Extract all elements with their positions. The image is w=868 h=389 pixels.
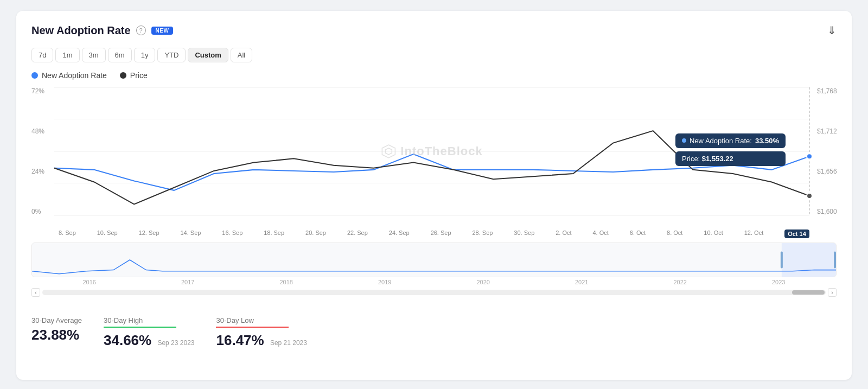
year-2020: 2020 — [477, 279, 490, 285]
chart-tooltip: New Adoption Rate: 33.50% Price: $1,553.… — [675, 133, 786, 166]
x-label-oct14: Oct 14 — [784, 229, 809, 238]
chart-area: 72% 48% 24% 0% $1,768 $1,712 $1,656 $1,6… — [31, 87, 837, 228]
mini-chart[interactable] — [31, 243, 837, 277]
time-filter-group: 7d 1m 3m 6m 1y YTD Custom All — [31, 48, 837, 62]
x-label-16sep: 16. Sep — [222, 229, 242, 238]
tooltip-adoption-value: 33.50% — [755, 137, 779, 145]
tooltip-price-value: $1,553.22 — [702, 155, 733, 163]
page-title: New Adoption Rate — [31, 24, 131, 37]
year-2019: 2019 — [378, 279, 391, 285]
x-label-14sep: 14. Sep — [180, 229, 201, 238]
stat-high: 30-Day High 34.66% Sep 23 2023 — [104, 316, 194, 349]
filter-all[interactable]: All — [231, 48, 252, 62]
y-label-1600: $1,600 — [817, 208, 837, 215]
y-label-24: 24% — [31, 168, 51, 175]
svg-rect-12 — [781, 252, 783, 269]
filter-1y[interactable]: 1y — [134, 48, 156, 62]
filter-ytd[interactable]: YTD — [157, 48, 186, 62]
x-label-12sep: 12. Sep — [139, 229, 159, 238]
chart-legend: New Adoption Rate Price — [31, 71, 837, 80]
x-label-30sep: 30. Sep — [514, 229, 534, 238]
year-2018: 2018 — [280, 279, 293, 285]
mini-year-labels: 2016 2017 2018 2019 2020 2021 2022 2023 — [31, 277, 837, 287]
scroll-track[interactable] — [42, 290, 826, 295]
filter-3m[interactable]: 3m — [82, 48, 106, 62]
main-card: New Adoption Rate ? NEW ⇓ 7d 1m 3m 6m 1y… — [16, 11, 852, 380]
y-label-48: 48% — [31, 127, 51, 135]
x-label-4oct: 4. Oct — [592, 229, 608, 238]
x-label-22sep: 22. Sep — [347, 229, 368, 238]
filter-7d[interactable]: 7d — [31, 48, 53, 62]
stat-average-value: 23.88% — [31, 327, 82, 343]
x-label-18sep: 18. Sep — [264, 229, 284, 238]
x-label-8sep: 8. Sep — [59, 229, 76, 238]
legend-dot-price — [120, 72, 126, 79]
y-label-1768: $1,768 — [817, 87, 837, 95]
y-label-0: 0% — [31, 208, 51, 215]
stat-low: 30-Day Low 16.47% Sep 21 2023 — [216, 316, 307, 349]
new-badge: NEW — [151, 27, 174, 35]
tooltip-price: Price: $1,553.22 — [675, 151, 786, 166]
stat-high-value: 34.66% Sep 23 2023 — [104, 332, 194, 349]
tooltip-dot — [682, 138, 686, 143]
legend-adoption: New Adoption Rate — [31, 71, 107, 80]
stat-low-value: 16.47% Sep 21 2023 — [216, 332, 307, 349]
scrollbar-row: ‹ › — [31, 288, 837, 297]
scroll-right-arrow[interactable]: › — [828, 288, 837, 297]
stat-low-underline — [216, 327, 289, 328]
tooltip-price-label: Price: — [682, 155, 702, 163]
x-label-26sep: 26. Sep — [431, 229, 451, 238]
year-2023: 2023 — [772, 279, 785, 285]
chart-inner: IntoTheBlock New Adoption Rate: 33.50% P… — [54, 87, 809, 215]
year-2022: 2022 — [674, 279, 687, 285]
tooltip-adoption: New Adoption Rate: 33.50% — [675, 133, 786, 148]
tooltip-adoption-label: New Adoption Rate: — [690, 137, 752, 145]
stat-average: 30-Day Average 23.88% — [31, 316, 82, 349]
scroll-thumb — [792, 290, 825, 295]
stat-average-label: 30-Day Average — [31, 316, 82, 324]
help-icon[interactable]: ? — [136, 25, 146, 35]
legend-price: Price — [120, 71, 148, 80]
x-label-2oct: 2. Oct — [556, 229, 571, 238]
y-label-1656: $1,656 — [817, 168, 837, 175]
x-label-8oct: 8. Oct — [667, 229, 682, 238]
stat-low-label: 30-Day Low — [216, 316, 307, 324]
stat-low-date: Sep 21 2023 — [270, 339, 307, 347]
year-2017: 2017 — [181, 279, 194, 285]
x-label-10oct: 10. Oct — [704, 229, 723, 238]
x-label-28sep: 28. Sep — [472, 229, 493, 238]
legend-dot-adoption — [31, 72, 38, 79]
filter-1m[interactable]: 1m — [55, 48, 79, 62]
scroll-left-arrow[interactable]: ‹ — [31, 288, 40, 297]
svg-rect-11 — [782, 243, 836, 277]
header-left: New Adoption Rate ? NEW — [31, 24, 173, 37]
x-axis-labels: 8. Sep 10. Sep 12. Sep 14. Sep 16. Sep 1… — [31, 228, 837, 238]
x-label-6oct: 6. Oct — [630, 229, 646, 238]
svg-rect-13 — [834, 252, 836, 269]
year-2021: 2021 — [575, 279, 588, 285]
download-icon[interactable]: ⇓ — [827, 24, 837, 37]
stat-high-underline — [104, 327, 176, 328]
year-2016: 2016 — [83, 279, 96, 285]
y-axis-right: $1,768 $1,712 $1,656 $1,600 — [817, 87, 837, 228]
mini-chart-svg — [32, 243, 836, 277]
y-axis-left: 72% 48% 24% 0% — [31, 87, 51, 228]
legend-label-adoption: New Adoption Rate — [42, 71, 107, 80]
legend-label-price: Price — [130, 71, 148, 80]
stat-high-date: Sep 23 2023 — [157, 339, 194, 347]
svg-rect-10 — [32, 243, 836, 277]
x-label-20sep: 20. Sep — [305, 229, 326, 238]
svg-point-6 — [807, 154, 812, 159]
y-label-72: 72% — [31, 87, 51, 95]
stats-row: 30-Day Average 23.88% 30-Day High 34.66%… — [31, 308, 837, 349]
x-label-10sep: 10. Sep — [97, 229, 118, 238]
x-label-12oct: 12. Oct — [744, 229, 763, 238]
filter-custom[interactable]: Custom — [188, 48, 228, 62]
stat-high-label: 30-Day High — [104, 316, 194, 324]
filter-6m[interactable]: 6m — [108, 48, 132, 62]
card-header: New Adoption Rate ? NEW ⇓ — [31, 24, 837, 37]
x-label-24sep: 24. Sep — [389, 229, 410, 238]
y-label-1712: $1,712 — [817, 127, 837, 135]
svg-point-7 — [807, 193, 812, 199]
